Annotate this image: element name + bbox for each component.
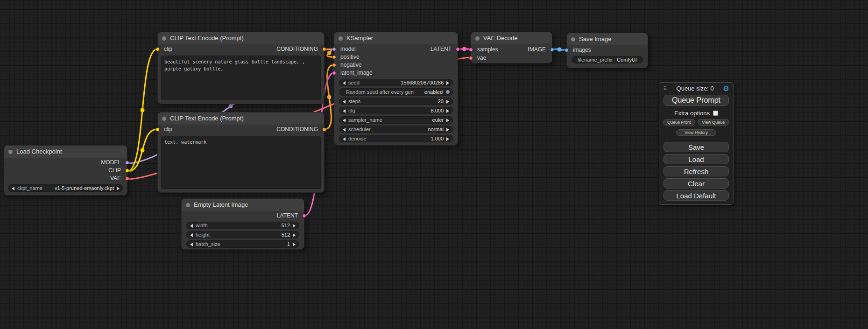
input-port-clip[interactable]	[155, 47, 160, 51]
node-clip-text-encode-positive[interactable]: CLIP Text Encode (Prompt) clip CONDITION…	[157, 32, 325, 104]
widget-steps[interactable]: steps 20	[339, 98, 453, 105]
output-port-latent[interactable]	[456, 47, 460, 51]
load-button[interactable]: Load	[663, 154, 729, 164]
input-slot-model-label: model	[334, 45, 356, 53]
increment-arrow-icon[interactable]	[293, 224, 296, 228]
extra-options-checkbox[interactable]	[713, 111, 718, 116]
increment-arrow-icon[interactable]	[446, 100, 449, 104]
input-port-positive[interactable]	[332, 55, 336, 59]
queue-panel: ⠿ Queue size: 0 ⚙ Queue Prompt Extra opt…	[659, 82, 734, 205]
increment-arrow-icon[interactable]	[446, 137, 449, 141]
drag-handle-icon[interactable]: ⠿	[663, 85, 667, 92]
view-history-button[interactable]: View History	[676, 129, 716, 136]
save-button[interactable]: Save	[663, 142, 729, 152]
increment-arrow-icon[interactable]	[446, 119, 449, 122]
collapse-dot-icon[interactable]	[186, 203, 190, 207]
node-save-image[interactable]: Save Image images filename_prefix ComfyU…	[566, 33, 648, 68]
decrement-arrow-icon[interactable]	[343, 109, 346, 113]
node-vae-decode[interactable]: VAE Decode samples IMAGE vae	[471, 32, 552, 63]
load-default-button[interactable]: Load Default	[663, 190, 729, 201]
collapse-dot-icon[interactable]	[162, 117, 166, 121]
collapse-dot-icon[interactable]	[162, 36, 166, 41]
increment-arrow-icon[interactable]	[293, 233, 296, 237]
collapse-dot-icon[interactable]	[339, 36, 343, 41]
decrement-arrow-icon[interactable]	[190, 233, 193, 237]
increment-arrow-icon[interactable]	[446, 128, 449, 132]
collapse-dot-icon[interactable]	[571, 37, 575, 42]
widget-denoise[interactable]: denoise 1.000	[339, 135, 453, 142]
widget-value: ComfyUI	[617, 57, 637, 63]
output-port-vae[interactable]	[125, 176, 129, 181]
node-title: CLIP Text Encode (Prompt)	[170, 115, 244, 122]
output-port-conditioning[interactable]	[322, 47, 326, 51]
toggle-knob-icon[interactable]	[445, 90, 450, 94]
output-port-clip[interactable]	[125, 168, 129, 173]
increment-arrow-icon[interactable]	[293, 243, 296, 246]
node-canvas[interactable]: Load Checkpoint MODEL CLIP VAE ckpt_name…	[0, 0, 868, 329]
widget-value: 512	[282, 223, 290, 228]
queue-small-buttons-row: Queue Front View Queue	[663, 119, 729, 126]
output-slot-latent-label: LATENT	[430, 45, 458, 53]
slot-row: clip CONDITIONING	[158, 126, 324, 133]
increment-arrow-icon[interactable]	[446, 81, 449, 85]
decrement-arrow-icon[interactable]	[343, 81, 346, 85]
output-port-model[interactable]	[125, 161, 129, 165]
node-titlebar[interactable]: Load Checkpoint	[4, 146, 127, 158]
widget-filename-prefix[interactable]: filename_prefix ComfyUI	[572, 56, 643, 63]
input-port-clip[interactable]	[155, 127, 160, 132]
output-slot-image-label: IMAGE	[528, 45, 552, 54]
input-port-images[interactable]	[565, 48, 569, 52]
decrement-arrow-icon[interactable]	[12, 187, 14, 190]
widget-random-seed-toggle[interactable]: Random seed after every gen enabled	[339, 88, 453, 96]
node-clip-text-encode-negative[interactable]: CLIP Text Encode (Prompt) clip CONDITION…	[157, 112, 325, 193]
queue-size-label: Queue size: 0	[667, 85, 723, 92]
node-load-checkpoint[interactable]: Load Checkpoint MODEL CLIP VAE ckpt_name…	[4, 145, 127, 196]
queue-prompt-button[interactable]: Queue Prompt	[663, 95, 729, 106]
input-port-samples[interactable]	[469, 48, 473, 52]
input-port-negative[interactable]	[332, 63, 336, 67]
input-port-latent-image[interactable]	[332, 71, 336, 75]
widget-scheduler[interactable]: scheduler normal	[339, 126, 453, 133]
widget-name: seed	[348, 80, 360, 85]
view-queue-button[interactable]: View Queue	[698, 119, 730, 126]
output-port-image[interactable]	[550, 48, 554, 52]
node-titlebar[interactable]: Empty Latent Image	[182, 199, 304, 211]
collapse-dot-icon[interactable]	[8, 150, 13, 154]
refresh-button[interactable]: Refresh	[663, 166, 729, 176]
node-titlebar[interactable]: CLIP Text Encode (Prompt)	[158, 112, 324, 125]
widget-seed[interactable]: seed 156680208700286	[339, 79, 453, 86]
widget-width[interactable]: width 512	[186, 222, 299, 229]
prompt-textarea[interactable]: text, watermark	[161, 136, 321, 189]
decrement-arrow-icon[interactable]	[190, 224, 193, 228]
decrement-arrow-icon[interactable]	[343, 119, 346, 122]
output-port-conditioning[interactable]	[322, 127, 326, 132]
node-empty-latent-image[interactable]: Empty Latent Image LATENT width 512 heig…	[181, 198, 304, 250]
output-slot-latent-label: LATENT	[277, 212, 304, 220]
output-port-latent[interactable]	[302, 214, 306, 218]
node-titlebar[interactable]: KSampler	[334, 32, 458, 44]
widget-height[interactable]: height 512	[186, 231, 299, 238]
widget-ckpt-name[interactable]: ckpt_name v1-5-pruned-emaonly.ckpt	[8, 184, 123, 192]
input-port-model[interactable]	[332, 47, 336, 51]
widget-sampler-name[interactable]: sampler_name euler	[339, 116, 453, 124]
clear-button[interactable]: Clear	[663, 178, 729, 189]
decrement-arrow-icon[interactable]	[343, 128, 346, 132]
widget-cfg[interactable]: cfg 8.000	[339, 107, 453, 114]
increment-arrow-icon[interactable]	[117, 187, 120, 190]
node-titlebar[interactable]: VAE Decode	[471, 32, 552, 44]
collapse-dot-icon[interactable]	[475, 36, 480, 41]
input-slot-clip-label: clip	[158, 126, 172, 133]
prompt-textarea[interactable]: beautiful scenery nature glass bottle la…	[161, 56, 321, 100]
settings-gear-icon[interactable]: ⚙	[723, 85, 729, 92]
decrement-arrow-icon[interactable]	[190, 243, 193, 246]
node-ksampler[interactable]: KSampler model LATENT positive negative …	[334, 32, 458, 146]
widget-batch-size[interactable]: batch_size 1	[186, 240, 299, 248]
node-titlebar[interactable]: Save Image	[567, 33, 648, 45]
queue-front-button[interactable]: Queue Front	[663, 119, 695, 126]
increment-arrow-icon[interactable]	[446, 109, 449, 113]
node-titlebar[interactable]: CLIP Text Encode (Prompt)	[158, 32, 324, 44]
decrement-arrow-icon[interactable]	[343, 100, 346, 104]
input-port-vae[interactable]	[469, 56, 473, 60]
slot-row: negative	[334, 61, 458, 69]
decrement-arrow-icon[interactable]	[343, 137, 346, 141]
